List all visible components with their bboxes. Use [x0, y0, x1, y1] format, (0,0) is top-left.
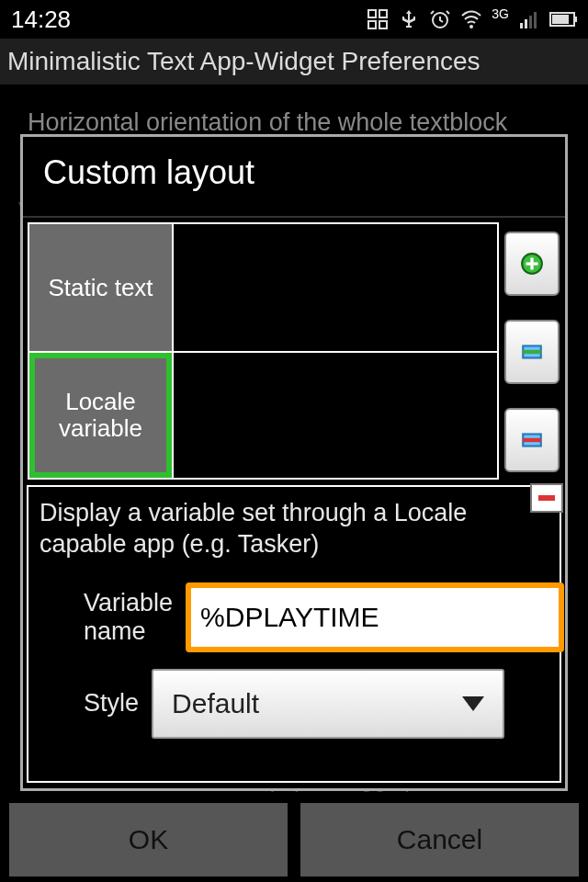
detail-description: Display a variable set through a Locale … [38, 496, 550, 575]
svg-rect-8 [529, 16, 532, 28]
svg-rect-12 [552, 15, 569, 24]
cell-locale-variable[interactable]: Locale variable [29, 353, 172, 478]
remove-button[interactable] [504, 408, 560, 472]
apps-icon [367, 8, 389, 30]
cell-locale-empty[interactable] [172, 353, 497, 478]
layout-row-locale[interactable]: Locale variable [29, 351, 497, 478]
dialog-title: Custom layout [23, 137, 565, 218]
alarm-icon [429, 8, 451, 30]
svg-rect-9 [534, 12, 537, 28]
add-button[interactable] [504, 232, 560, 296]
svg-rect-7 [525, 19, 527, 28]
wifi-icon [460, 8, 482, 30]
app-title-text: Minimalistic Text App-Widget Preferences [7, 47, 481, 76]
style-label: Style [84, 689, 139, 718]
insert-icon [520, 340, 544, 364]
insert-button[interactable] [504, 320, 560, 384]
variable-name-label: Variable name [84, 589, 173, 646]
remove-icon [520, 428, 544, 452]
usb-icon [398, 8, 420, 30]
network-label: 3G [492, 8, 509, 30]
detail-close-button[interactable] [530, 483, 563, 513]
svg-rect-2 [368, 21, 376, 28]
status-icons: 3G [367, 8, 577, 30]
svg-rect-11 [574, 17, 577, 22]
cell-static-text[interactable]: Static text [29, 224, 172, 351]
svg-rect-0 [368, 10, 376, 17]
svg-rect-1 [379, 10, 387, 17]
cell-static-empty[interactable] [172, 224, 497, 351]
variable-name-input[interactable] [186, 582, 564, 652]
style-value: Default [172, 688, 259, 719]
minus-icon [536, 491, 558, 505]
layout-rows: Static text Locale variable [28, 222, 499, 480]
svg-rect-3 [379, 21, 387, 28]
dialog-button-bar: OK Cancel [0, 803, 588, 882]
detail-panel: Display a variable set through a Locale … [27, 485, 561, 783]
chevron-down-icon [462, 696, 484, 711]
svg-rect-6 [520, 23, 523, 28]
svg-point-5 [469, 25, 473, 28]
battery-icon [549, 8, 577, 30]
plus-icon [520, 252, 544, 276]
svg-rect-15 [523, 350, 541, 354]
clock: 14:28 [11, 6, 71, 34]
side-buttons [504, 222, 560, 480]
custom-layout-dialog: Custom layout Static text Locale variabl… [20, 134, 568, 791]
ok-button[interactable]: OK [9, 803, 288, 876]
style-select[interactable]: Default [152, 669, 504, 739]
status-bar: 14:28 3G [0, 0, 588, 39]
cancel-button[interactable]: Cancel [300, 803, 579, 876]
svg-rect-18 [538, 495, 555, 501]
layout-row-static[interactable]: Static text [29, 224, 497, 351]
svg-rect-17 [523, 438, 541, 442]
app-header: Minimalistic Text App-Widget Preferences [0, 39, 588, 85]
signal-icon [518, 8, 540, 30]
